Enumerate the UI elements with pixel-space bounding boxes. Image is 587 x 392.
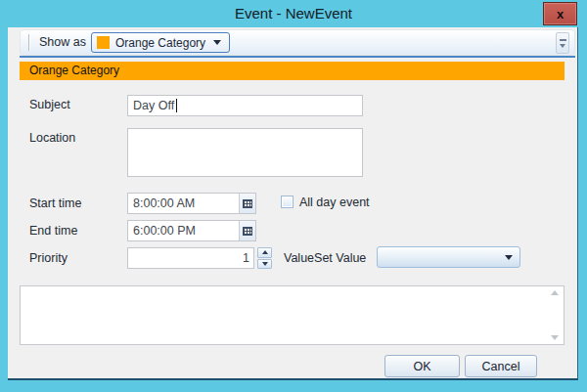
start-time-input[interactable] — [128, 194, 239, 213]
subject-field-wrap — [127, 95, 363, 116]
notes-input[interactable] — [21, 286, 564, 344]
toolbar-overflow-button[interactable] — [556, 32, 569, 54]
window-title: Event - NewEvent — [235, 5, 352, 22]
location-label: Location — [29, 131, 75, 145]
category-dropdown[interactable]: Orange Category — [91, 32, 230, 53]
end-time-calendar-button[interactable] — [239, 221, 255, 240]
calendar-icon — [243, 227, 252, 236]
dialog-content: Show as Orange Category Orange Category … — [8, 27, 578, 380]
category-banner: Orange Category — [20, 62, 564, 80]
title-bar: Event - NewEvent — [0, 0, 587, 27]
calendar-icon — [243, 199, 252, 208]
spinner-down-button[interactable] — [257, 259, 272, 270]
toolbar-grip[interactable] — [28, 34, 29, 51]
subject-label: Subject — [29, 98, 70, 111]
cancel-button[interactable]: Cancel — [465, 355, 537, 377]
start-time-label: Start time — [29, 196, 82, 210]
overflow-chevron-icon — [560, 44, 565, 48]
chevron-down-icon — [505, 255, 513, 260]
subject-input[interactable] — [127, 95, 363, 116]
category-dropdown-value: Orange Category — [110, 36, 213, 50]
all-day-checkbox[interactable] — [281, 196, 294, 208]
scroll-up-icon[interactable] — [551, 290, 559, 295]
show-as-label: Show as — [39, 30, 86, 55]
valueset-label: ValueSet Value — [284, 251, 366, 265]
priority-label: Priority — [29, 251, 68, 265]
ok-button[interactable]: OK — [384, 355, 460, 377]
overflow-bar-icon — [560, 39, 566, 41]
category-color-swatch — [97, 36, 110, 49]
event-dialog: { "window": { "title": "Event - NewEvent… — [0, 0, 587, 392]
close-icon: x — [557, 7, 564, 22]
toolbar: Show as Orange Category — [20, 29, 575, 56]
priority-input[interactable] — [127, 247, 254, 269]
valueset-dropdown[interactable] — [377, 246, 520, 268]
chevron-up-icon — [262, 250, 268, 254]
all-day-label: All day event — [299, 196, 370, 209]
end-time-picker — [127, 220, 256, 241]
spinner-up-button[interactable] — [257, 247, 272, 258]
close-button[interactable]: x — [543, 2, 577, 25]
scroll-down-icon[interactable] — [551, 335, 559, 340]
end-time-label: End time — [29, 224, 77, 238]
notes-field-wrap — [20, 285, 564, 345]
location-input[interactable] — [127, 128, 363, 177]
end-time-input[interactable] — [128, 221, 239, 240]
chevron-down-icon — [213, 40, 221, 45]
start-time-calendar-button[interactable] — [239, 194, 255, 213]
toolbar-underline — [20, 56, 575, 58]
priority-spinner — [257, 247, 272, 269]
text-caret — [176, 99, 177, 112]
chevron-down-icon — [262, 262, 268, 266]
start-time-picker — [127, 193, 256, 214]
